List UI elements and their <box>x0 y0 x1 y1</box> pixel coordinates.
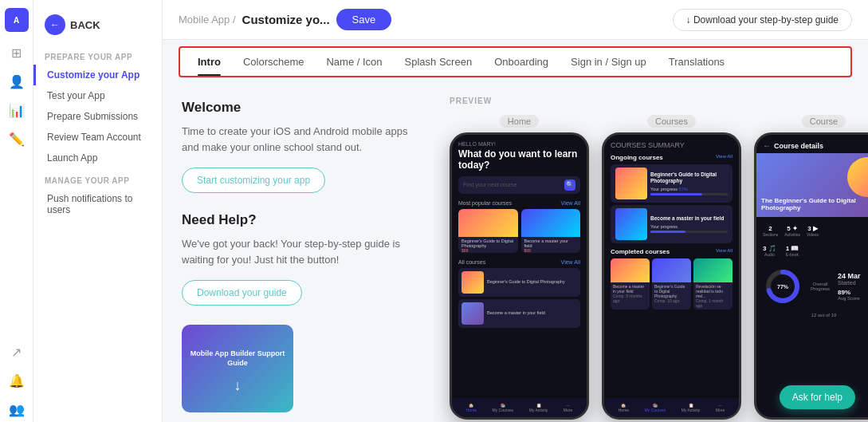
guide-card: Mobile App Builder Support Guide ↓ <box>182 325 293 412</box>
ongoing-card-2[interactable]: Become a master in your field Your progr… <box>611 205 732 243</box>
user-icon[interactable]: 👤 <box>4 69 29 94</box>
nav-activity[interactable]: 📋My Activity <box>529 403 548 412</box>
sidebar-item-test[interactable]: Test your App <box>33 85 162 106</box>
search-icon: 🔍 <box>564 179 575 191</box>
ongoing-thumb-1 <box>615 168 647 199</box>
tab-translations[interactable]: Translations <box>658 49 736 74</box>
bottom-nav: 🏠Home 📚My Courses 📋My Activity ⋯More <box>452 398 587 417</box>
all-courses-label: All courses View All <box>458 259 580 265</box>
course-detail-title: Course details <box>774 142 823 150</box>
preview-area: PREVIEW Home HELLO MARY! What do you wan… <box>434 84 868 422</box>
phone-course-screen: ← Course details The Beginner's Guide to… <box>756 135 868 417</box>
icon-bar: A ⊞ 👤 📊 ✏️ ↗ 🔔 👥 <box>0 0 33 422</box>
start-customizing-button[interactable]: Start customizing your app <box>182 168 325 193</box>
ongoing-thumb-2 <box>615 208 647 240</box>
content-area: Welcome Time to create your iOS and Andr… <box>163 84 868 422</box>
nav2-activity[interactable]: 📋My Activity <box>681 403 701 412</box>
back-button[interactable]: ← BACK <box>33 8 162 41</box>
back-button-phone[interactable]: ← <box>763 141 771 150</box>
greeting-text: HELLO MARY! <box>458 141 580 147</box>
share-icon[interactable]: ↗ <box>4 339 29 365</box>
phone-course: ← Course details The Beginner's Guide to… <box>754 132 868 420</box>
score-section: 24 Mar Started 89% Avg Score <box>838 272 868 301</box>
back-label: BACK <box>70 19 100 31</box>
course-thumb-1 <box>461 271 484 294</box>
completed-card-3[interactable]: Revelación se realidad is todo mel...Com… <box>693 258 732 310</box>
nav-more[interactable]: ⋯More <box>564 403 572 412</box>
ask-for-help-button[interactable]: Ask for help <box>780 385 855 409</box>
download-guide-button[interactable]: ↓ Download your step-by-step guide <box>673 9 852 31</box>
completed-section: Completed courses View All Become a mast… <box>611 248 732 310</box>
course-stats: 2 Sections 5 ✦ Activities 3 ▶ Videos <box>756 222 868 240</box>
download-guide-button-2[interactable]: Download your guide <box>182 280 302 306</box>
sidebar: ← BACK PREPARE YOUR APP Customize your A… <box>33 0 163 422</box>
phone-home-wrapper: Home HELLO MARY! What do you want to lea… <box>450 115 589 420</box>
grid-icon[interactable]: ⊞ <box>4 40 29 65</box>
sidebar-item-push[interactable]: Push notifications to users <box>33 188 162 220</box>
chart-icon[interactable]: 📊 <box>4 97 29 123</box>
nav2-courses[interactable]: 📚My Courses <box>645 403 666 412</box>
tab-sign-in-up[interactable]: Sign in / Sign up <box>560 49 658 74</box>
completed-grid: Become a master in your fieldComp. 3 mon… <box>611 258 732 310</box>
phone-courses: COURSES SUMMARY Ongoing courses View All <box>602 132 741 420</box>
tab-onboarding[interactable]: Onboarding <box>483 49 560 74</box>
popular-label: Most popular courses View All <box>458 200 580 206</box>
progress-donut: 77% <box>763 266 803 306</box>
phone-home-screen: HELLO MARY! What do you want to learn to… <box>452 135 587 417</box>
main-area: Mobile App / Customize yo... Save ↓ Down… <box>163 0 868 422</box>
course-card-1[interactable]: Beginner's Guide to Digital Photography$… <box>458 209 518 253</box>
back-icon: ← <box>45 14 65 35</box>
courses-bottom-nav: 🏠Home 📚My Courses 📋My Activity ⋯More <box>604 398 739 417</box>
course-card-image-2 <box>521 209 581 237</box>
ongoing-card-1[interactable]: Beginner's Guide to Digital Photography … <box>611 164 732 203</box>
sidebar-item-review[interactable]: Review Team Account <box>33 127 162 148</box>
welcome-title: Welcome <box>182 100 414 116</box>
breadcrumb: Mobile App / <box>179 14 236 26</box>
all-courses-list: Beginner's Guide to Digital Photography … <box>458 268 580 328</box>
download-icon: ↓ <box>234 377 242 394</box>
tab-splash-screen[interactable]: Splash Screen <box>394 49 484 74</box>
save-button[interactable]: Save <box>336 9 392 30</box>
need-help-title: Need Help? <box>182 212 414 228</box>
welcome-description: Time to create your iOS and Android mobi… <box>182 124 414 155</box>
phone-home-label: Home <box>500 115 539 128</box>
header-left: Mobile App / Customize yo... Save <box>179 9 391 30</box>
sidebar-item-prepare[interactable]: Prepare Submissions <box>33 106 162 127</box>
nav2-home[interactable]: 🏠Home <box>619 403 629 412</box>
users-icon[interactable]: 👥 <box>4 396 29 422</box>
completed-card-1[interactable]: Become a master in your fieldComp. 3 mon… <box>611 258 650 310</box>
preview-label: PREVIEW <box>450 97 852 105</box>
phone-course-label: Course <box>802 115 846 128</box>
course-card-image-1 <box>458 209 518 237</box>
sidebar-item-customize[interactable]: Customize your App <box>33 65 162 85</box>
pagination: 12 out of 19 <box>756 310 868 321</box>
completed-card-2[interactable]: Beginner's Guide to Digital PhotographyC… <box>652 258 691 310</box>
search-bar[interactable]: Find your next course 🔍 <box>458 176 580 194</box>
ongoing-section: Ongoing courses View All Beginner's Guid… <box>611 154 732 243</box>
left-panel: Welcome Time to create your iOS and Andr… <box>163 84 434 422</box>
edit-icon[interactable]: ✏️ <box>4 126 29 152</box>
nav-home[interactable]: 🏠Home <box>466 403 477 412</box>
nav2-more[interactable]: ⋯More <box>716 403 725 412</box>
hero-text: What do you want to learn today? <box>458 148 580 172</box>
course-card-2[interactable]: Become a master your field$69 <box>521 209 581 253</box>
phone-courses-label: Courses <box>647 115 696 128</box>
tab-colorscheme[interactable]: Colorscheme <box>232 49 316 74</box>
progress-section: 77% Overall Progress 24 Mar Started <box>756 263 868 310</box>
tabs-bar: Intro Colorscheme Name / Icon Splash Scr… <box>179 46 852 77</box>
list-item[interactable]: Beginner's Guide to Digital Photography <box>458 268 580 297</box>
phone-home: HELLO MARY! What do you want to learn to… <box>450 132 589 420</box>
tab-name-icon[interactable]: Name / Icon <box>315 49 393 74</box>
nav-courses[interactable]: 📚My Courses <box>493 403 514 412</box>
header-right: ↓ Download your step-by-step guide <box>673 9 852 31</box>
need-help-text: We've got your back! Your step-by-step g… <box>182 236 414 267</box>
page-title: Customize yo... <box>242 13 330 26</box>
prepare-section-label: PREPARE YOUR APP <box>33 45 162 65</box>
tab-intro[interactable]: Intro <box>187 49 232 74</box>
app-logo[interactable]: A <box>5 8 29 32</box>
sidebar-item-launch[interactable]: Launch App <box>33 148 162 168</box>
phones-container: Home HELLO MARY! What do you want to lea… <box>450 115 852 404</box>
bell-icon[interactable]: 🔔 <box>4 368 29 393</box>
list-item[interactable]: Become a master in your field <box>458 299 580 328</box>
course-hero: The Beginner's Guide to Digital Photogra… <box>756 153 868 217</box>
